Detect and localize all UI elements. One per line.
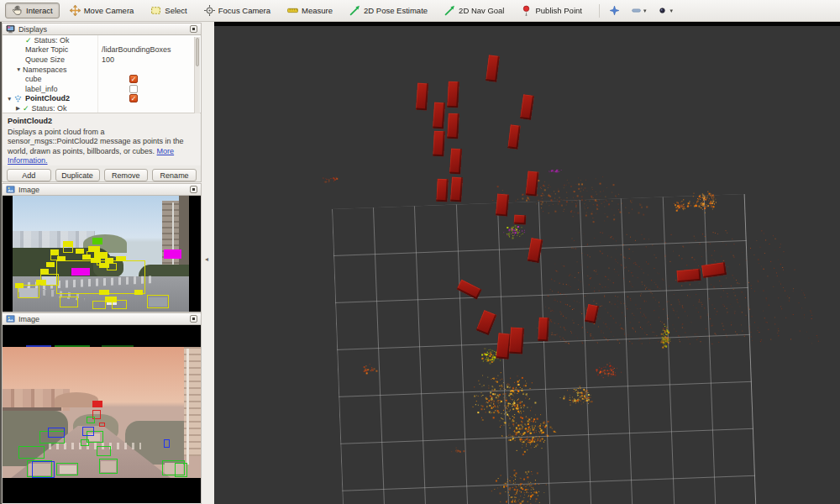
close-icon[interactable] <box>190 315 197 323</box>
tool-2d-pose-estimate[interactable]: 2D Pose Estimate <box>343 3 434 18</box>
image-panel-2-titlebar[interactable]: Image <box>3 313 201 325</box>
detection-box <box>175 463 187 477</box>
pointcloud-icon <box>13 94 23 103</box>
white-pole <box>186 349 189 465</box>
tree-value: 100 <box>102 55 114 64</box>
toolbar-tools: InteractMove CameraSelectFocus CameraMea… <box>5 3 592 18</box>
tree-row-queue-size[interactable]: Queue Size100 <box>3 55 201 65</box>
checkbox-checked[interactable]: ✓ <box>129 75 138 83</box>
tool-measure[interactable]: Measure <box>281 3 339 18</box>
tree-label: label_info <box>25 85 58 93</box>
detection-box <box>105 297 117 302</box>
detection-box <box>116 256 126 261</box>
tree-row-namespaces[interactable]: ▼Namespaces <box>3 65 201 75</box>
image-panel-1-titlebar[interactable]: Image <box>3 184 201 196</box>
lidar-bounding-box <box>514 215 527 225</box>
close-icon[interactable] <box>190 25 197 33</box>
expander-open-icon[interactable]: ▼ <box>16 66 23 72</box>
camera-image-1 <box>3 196 201 312</box>
displays-panel-title: Displays <box>18 25 186 34</box>
detection-box <box>36 280 46 285</box>
tree-row-status-ok[interactable]: ▶✓Status: Ok <box>3 103 201 113</box>
checkbox-unchecked[interactable] <box>129 85 138 93</box>
camera-photo-2 <box>3 347 201 478</box>
tree-scrollbar[interactable] <box>194 37 200 113</box>
remove-button[interactable]: Remove <box>104 169 149 181</box>
camera-photo-1 <box>13 196 189 312</box>
detection-box <box>71 268 90 276</box>
pin-icon <box>521 5 532 16</box>
lidar-bounding-box <box>433 131 445 157</box>
detection-box <box>164 249 181 259</box>
detection-box <box>92 238 102 244</box>
lidar-bounding-box <box>433 102 445 129</box>
dot-icon <box>657 5 668 16</box>
move-icon <box>70 5 81 16</box>
tool-select[interactable]: Select <box>144 3 193 18</box>
tool-2d-nav-goal[interactable]: 2D Nav Goal <box>438 3 511 18</box>
tree-row-marker-topic[interactable]: Marker Topic/lidarBoundingBoxes <box>3 45 201 55</box>
tree-value: /lidarBoundingBoxes <box>102 45 171 54</box>
lidar-bounding-box <box>496 193 509 216</box>
expander-open-icon[interactable]: ▼ <box>7 96 13 102</box>
detection-box <box>97 446 111 456</box>
detection-box <box>48 428 65 438</box>
chevron-down-icon: ▾ <box>669 8 673 14</box>
image-panel-1-title: Image <box>18 186 186 194</box>
panel-splitter[interactable]: ◂ <box>202 22 214 504</box>
detection-box <box>134 290 143 295</box>
measure-icon <box>287 5 298 16</box>
3d-viewport[interactable] <box>214 22 840 504</box>
toolbar-extra-plus-button[interactable] <box>606 3 622 18</box>
tree-row-pointcloud2[interactable]: ▼PointCloud2✓ <box>3 94 201 104</box>
tree-label: Namespaces <box>23 66 67 74</box>
image-panel-2-title: Image <box>18 315 186 323</box>
detection-box <box>88 246 100 252</box>
tool-move-camera[interactable]: Move Camera <box>63 3 141 18</box>
status-ok-check-icon: ✓ <box>25 36 32 45</box>
pose-icon <box>349 5 360 16</box>
detection-box <box>81 439 89 446</box>
checkbox-checked[interactable]: ✓ <box>129 94 138 102</box>
detection-box <box>105 258 113 263</box>
tree-row-cube[interactable]: cube✓ <box>3 74 201 84</box>
tool-interact[interactable]: Interact <box>5 3 60 18</box>
tool-publish-point[interactable]: Publish Point <box>514 3 588 18</box>
detection-box <box>56 463 78 475</box>
hand-icon <box>12 5 23 16</box>
tree-row-label-info[interactable]: label_info <box>3 84 201 94</box>
lidar-bounding-box <box>416 83 428 111</box>
toolbar-extra-dash-button[interactable]: ▾ <box>628 3 649 18</box>
select-icon <box>150 5 161 16</box>
tree-label: Status: Ok <box>32 104 67 113</box>
displays-panel-titlebar[interactable]: Displays <box>3 24 201 35</box>
detection-box <box>82 427 94 436</box>
splitter-collapse-icon[interactable]: ◂ <box>205 255 208 263</box>
lidar-bounding-box <box>509 327 524 354</box>
expander-closed-icon[interactable]: ▶ <box>16 105 23 112</box>
detection-box <box>15 283 24 288</box>
displays-tree: ✓Status: OkMarker Topic/lidarBoundingBox… <box>3 35 201 113</box>
tool-focus-camera[interactable]: Focus Camera <box>197 3 277 18</box>
detection-box <box>99 423 105 427</box>
duplicate-button[interactable]: Duplicate <box>55 169 100 181</box>
tree-label: cube <box>25 75 42 83</box>
close-icon[interactable] <box>190 186 197 193</box>
tree-row-status-ok[interactable]: ✓Status: Ok <box>3 35 201 45</box>
detection-box <box>99 459 118 474</box>
detection-box <box>92 301 106 309</box>
status-ok-check-icon: ✓ <box>23 104 29 113</box>
detection-box <box>57 256 66 261</box>
display-description: PointCloud2 Displays a point cloud from … <box>3 113 201 165</box>
detection-box <box>76 249 84 254</box>
rename-button[interactable]: Rename <box>152 169 197 181</box>
lidar-bounding-box <box>676 269 701 282</box>
add-button[interactable]: Add <box>7 169 51 181</box>
toolbar-extra-dot-button[interactable]: ▾ <box>654 3 675 18</box>
detection-box <box>50 249 59 255</box>
detection-box <box>92 401 102 407</box>
lidar-bounding-box <box>447 113 459 139</box>
tree-label: Queue Size <box>25 55 65 64</box>
detection-box <box>63 241 73 247</box>
image-panel-1: Image <box>2 183 202 312</box>
